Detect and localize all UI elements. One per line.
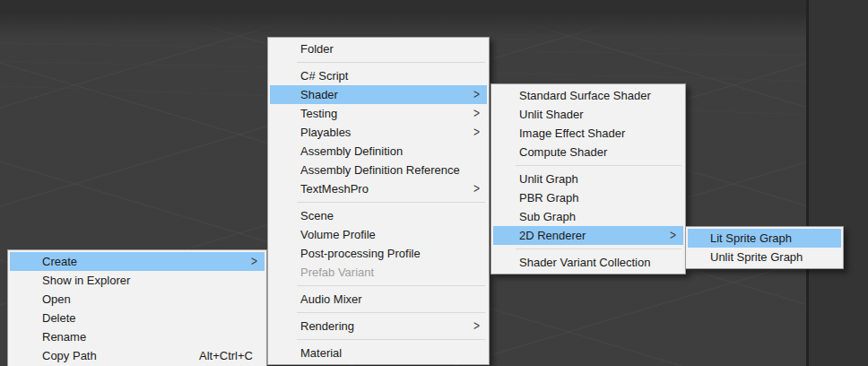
menu-separator xyxy=(297,339,485,340)
menu-item-testing[interactable]: Testing> xyxy=(270,104,487,123)
menu-separator xyxy=(297,285,485,286)
menu-item-lit-sprite-graph[interactable]: Lit Sprite Graph xyxy=(688,229,841,248)
menu-item-sub-graph[interactable]: Sub Graph xyxy=(493,207,683,226)
menu-item-label: Post-processing Profile xyxy=(300,244,421,263)
shader-submenu: Standard Surface ShaderUnlit ShaderImage… xyxy=(490,83,686,274)
submenu-arrow-icon: > xyxy=(473,121,480,143)
menu-item-unlit-graph[interactable]: Unlit Graph xyxy=(493,170,683,188)
create-submenu: FolderC# ScriptShader>Testing>Playables>… xyxy=(267,37,490,365)
menu-separator xyxy=(516,248,681,249)
menu-item-show-in-explorer[interactable]: Show in Explorer xyxy=(10,271,265,290)
menu-separator xyxy=(297,202,485,203)
menu-item-label: Volume Profile xyxy=(300,225,376,244)
menu-item-label: Open xyxy=(42,290,71,309)
menu-item-material[interactable]: Material xyxy=(270,344,487,362)
submenu-arrow-icon: > xyxy=(670,224,676,246)
menu-item-label: Shader Variant Collection xyxy=(519,253,650,272)
menu-separator xyxy=(297,62,485,63)
menu-item-prefab-variant: Prefab Variant xyxy=(270,263,487,282)
menu-item-label: C# Script xyxy=(300,66,348,85)
menu-item-label: Image Effect Shader xyxy=(519,124,625,143)
menu-item-create[interactable]: Create> xyxy=(10,252,265,271)
menu-item-label: Assembly Definition xyxy=(300,142,403,161)
menu-separator xyxy=(297,312,485,313)
menu-item-label: Delete xyxy=(42,309,76,327)
menu-item-label: Compute Shader xyxy=(519,143,607,161)
menu-item-standard-surface-shader[interactable]: Standard Surface Shader xyxy=(493,86,683,105)
menu-item-rendering[interactable]: Rendering> xyxy=(270,317,487,336)
menu-item-label: Unlit Sprite Graph xyxy=(710,248,803,266)
menu-item-audio-mixer[interactable]: Audio Mixer xyxy=(270,290,487,309)
menu-separator xyxy=(516,165,681,166)
menu-item-shader[interactable]: Shader> xyxy=(270,85,487,104)
menu-item-rename[interactable]: Rename xyxy=(10,327,265,346)
menu-item-label: Copy Path xyxy=(42,346,97,365)
menu-item-label: Playables xyxy=(300,123,351,142)
menu-item-label: Sub Graph xyxy=(519,207,576,226)
menu-item-label: Lit Sprite Graph xyxy=(710,229,792,248)
menu-item-label: TextMeshPro xyxy=(300,179,369,198)
menu-item-label: Audio Mixer xyxy=(300,290,362,309)
menu-item-label: Standard Surface Shader xyxy=(519,86,651,105)
menu-item-label: Rename xyxy=(42,327,86,346)
menu-item-pbr-graph[interactable]: PBR Graph xyxy=(493,188,683,207)
menu-item-copy-path[interactable]: Copy PathAlt+Ctrl+C xyxy=(10,346,265,365)
menu-item-shader-variant-collection[interactable]: Shader Variant Collection xyxy=(493,253,683,272)
right-side-panel xyxy=(809,0,868,366)
menu-item-label: Rendering xyxy=(300,317,354,336)
menu-item-assembly-definition[interactable]: Assembly Definition xyxy=(270,142,487,161)
menu-item-label: Scene xyxy=(300,206,334,225)
menu-item-label: Shader xyxy=(300,85,338,104)
menu-item-folder[interactable]: Folder xyxy=(270,39,487,58)
unity-editor: Create>Show in ExplorerOpenDeleteRenameC… xyxy=(0,0,868,366)
menu-item-c-script[interactable]: C# Script xyxy=(270,66,487,85)
menu-item-compute-shader[interactable]: Compute Shader xyxy=(493,143,683,161)
menu-item-2d-renderer[interactable]: 2D Renderer> xyxy=(493,226,683,245)
menu-item-label: PBR Graph xyxy=(519,188,578,207)
project-context-menu: Create>Show in ExplorerOpenDeleteRenameC… xyxy=(7,249,267,366)
menu-item-post-processing-profile[interactable]: Post-processing Profile xyxy=(270,244,487,263)
menu-item-label: 2D Renderer xyxy=(519,226,586,245)
menu-item-unlit-shader[interactable]: Unlit Shader xyxy=(493,105,683,124)
menu-item-label: Unlit Shader xyxy=(519,105,584,124)
menu-item-label: Testing xyxy=(300,104,337,123)
menu-item-label: Material xyxy=(300,344,342,362)
submenu-arrow-icon: > xyxy=(473,178,480,199)
menu-item-open[interactable]: Open xyxy=(10,290,265,309)
menu-item-unlit-sprite-graph[interactable]: Unlit Sprite Graph xyxy=(688,248,841,266)
menu-item-label: Assembly Definition Reference xyxy=(300,161,460,179)
menu-item-label: Unlit Graph xyxy=(519,170,578,188)
menu-item-delete[interactable]: Delete xyxy=(10,309,265,327)
menu-item-label: Show in Explorer xyxy=(42,271,130,290)
menu-item-image-effect-shader[interactable]: Image Effect Shader xyxy=(493,124,683,143)
menu-item-label: Folder xyxy=(300,39,334,58)
menu-item-volume-profile[interactable]: Volume Profile xyxy=(270,225,487,244)
menu-item-textmeshpro[interactable]: TextMeshPro> xyxy=(270,179,487,198)
submenu-arrow-icon: > xyxy=(251,250,257,272)
menu-item-assembly-definition-reference[interactable]: Assembly Definition Reference xyxy=(270,161,487,179)
menu-item-playables[interactable]: Playables> xyxy=(270,123,487,142)
menu-item-label: Create xyxy=(42,252,77,271)
submenu-arrow-icon: > xyxy=(473,315,480,336)
menu-item-label: Prefab Variant xyxy=(300,263,374,282)
menu-item-shortcut: Alt+Ctrl+C xyxy=(199,346,257,365)
2d-renderer-submenu: Lit Sprite GraphUnlit Sprite Graph xyxy=(685,226,844,269)
menu-item-scene[interactable]: Scene xyxy=(270,206,487,225)
